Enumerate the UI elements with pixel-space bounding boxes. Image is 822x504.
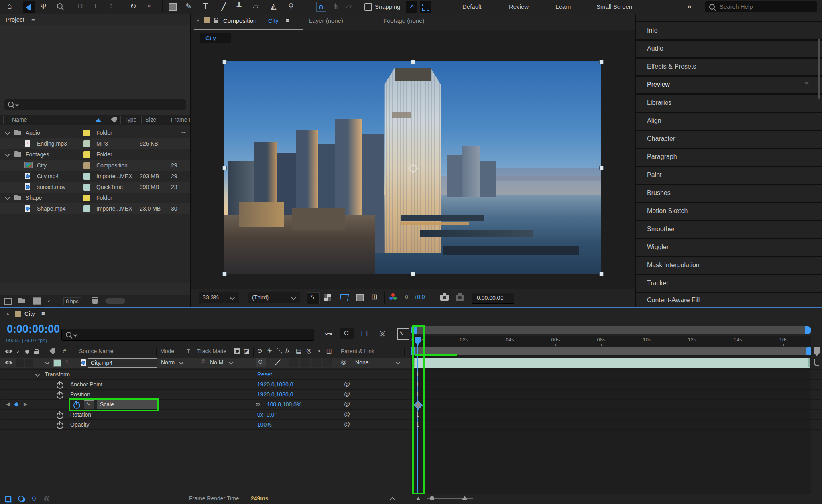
local-axis-mode-icon[interactable]: ⋔: [316, 2, 326, 12]
eraser-tool-icon[interactable]: ▱: [253, 2, 259, 11]
track-matte-dropdown[interactable]: No M: [210, 359, 223, 366]
work-area-start-handle[interactable]: [411, 347, 415, 355]
mini-flowchart-icon[interactable]: ⊶: [325, 329, 333, 338]
timeline-search-box[interactable]: [61, 329, 314, 341]
mask-icon[interactable]: [234, 348, 240, 354]
mask-invert-icon[interactable]: ◪: [244, 347, 250, 355]
panel-item-info[interactable]: Info: [636, 22, 822, 39]
panel-item-mask-interpolation[interactable]: Mask Interpolation: [636, 257, 822, 274]
layer-name-field[interactable]: City.mp4: [88, 358, 157, 368]
in-out-icon[interactable]: ⟨⟩: [32, 495, 36, 501]
property-label[interactable]: Opacity: [70, 421, 89, 428]
selection-handle-bottom-left[interactable]: [222, 272, 227, 276]
label-swatch[interactable]: [83, 195, 90, 201]
puppet-pin-tool-icon[interactable]: ⚲: [288, 2, 294, 11]
exposure-value[interactable]: +0,0: [414, 294, 425, 300]
solo-column-icon[interactable]: [25, 350, 29, 354]
column-t[interactable]: T: [187, 348, 190, 354]
label-swatch[interactable]: [83, 130, 90, 136]
timeline-menu-icon[interactable]: ≡: [41, 310, 45, 317]
label-swatch[interactable]: [83, 162, 90, 169]
render-speed-icon[interactable]: @: [44, 495, 50, 502]
panel-item-paint[interactable]: Paint: [636, 167, 822, 184]
project-search-input[interactable]: [22, 100, 180, 108]
navigator-end-handle[interactable]: [805, 326, 811, 334]
help-search-input[interactable]: [719, 2, 813, 11]
add-keyframe-button[interactable]: ◆: [14, 400, 19, 408]
blend-mode-dropdown[interactable]: Norm: [161, 359, 175, 366]
pickwhip-icon[interactable]: @: [344, 421, 350, 427]
selection-handle-mid-left[interactable]: [222, 166, 227, 170]
preview-time-display[interactable]: 0:00:00:00: [472, 293, 514, 304]
quality-switch[interactable]: ／: [275, 358, 281, 366]
hide-shy-layers-button[interactable]: ⊖: [340, 328, 354, 339]
parent-link-dropdown[interactable]: None: [355, 359, 368, 366]
world-axis-mode-icon[interactable]: ⋔: [332, 2, 339, 11]
video-column-icon[interactable]: [5, 350, 12, 353]
new-folder-icon[interactable]: [18, 299, 25, 303]
pickwhip-icon[interactable]: @: [344, 390, 350, 397]
composition-viewport[interactable]: [191, 45, 635, 288]
graph-editor-button[interactable]: ∿: [397, 328, 409, 340]
stopwatch-icon-active[interactable]: [73, 402, 80, 409]
work-area-bar[interactable]: [411, 347, 811, 355]
hand-tool-icon[interactable]: Ψ: [40, 2, 47, 11]
roto-brush-tool-icon[interactable]: ◭: [271, 2, 277, 11]
navigator-start-handle[interactable]: [411, 326, 417, 334]
audio-column-icon[interactable]: ♪: [16, 348, 20, 354]
workspace-tab-review[interactable]: Review: [509, 3, 529, 10]
property-row-anchor-point[interactable]: Anchor Point 1920,0,1080,0 @: [0, 380, 411, 390]
delete-icon[interactable]: [92, 299, 98, 304]
label-swatch[interactable]: [83, 140, 90, 147]
graph-include-icon[interactable]: ∿: [84, 400, 94, 409]
previous-keyframe-button[interactable]: ◀: [6, 401, 10, 407]
motion-blur-column-icon[interactable]: ☀: [267, 347, 272, 354]
color-depth-button[interactable]: 8 bpc: [63, 297, 81, 305]
stopwatch-icon[interactable]: [57, 412, 63, 419]
stopwatch-icon[interactable]: [57, 422, 63, 429]
project-row-footages[interactable]: Footages Folder: [0, 149, 190, 160]
label-swatch[interactable]: [83, 184, 90, 191]
tab-footage[interactable]: Footage (none): [383, 17, 425, 24]
work-area-end-handle[interactable]: [806, 347, 811, 355]
next-keyframe-button[interactable]: ▶: [24, 401, 27, 407]
time-navigator-bar[interactable]: [411, 326, 811, 334]
transform-group-label[interactable]: Transform: [45, 371, 70, 378]
project-row-audio[interactable]: Audio Folder ⊶: [0, 128, 190, 138]
property-row-position[interactable]: Position 1920,0,1080,0 @: [0, 390, 411, 400]
rotate-tool-icon[interactable]: ↻: [130, 2, 136, 11]
column-mode[interactable]: Mode: [160, 348, 174, 354]
timeline-zoom-slider-knob[interactable]: [430, 496, 434, 500]
selection-handle-top-right[interactable]: [599, 60, 604, 64]
selection-tool[interactable]: [23, 1, 35, 13]
workspace-overflow-button[interactable]: »: [687, 2, 692, 11]
channel-icon[interactable]: [389, 293, 397, 301]
property-row-scale[interactable]: ◀ ◆ ▶ ∿ Scale ∞ 100,0,100,0% @: [0, 400, 411, 410]
tab-composition-name[interactable]: City: [268, 17, 279, 24]
property-value[interactable]: 100%: [257, 421, 272, 428]
panel-item-audio[interactable]: Audio: [636, 41, 822, 57]
property-value[interactable]: 1920,0,1080,0: [257, 381, 293, 388]
column-source-name[interactable]: Source Name: [79, 348, 114, 354]
panel-item-paragraph[interactable]: Paragraph: [636, 149, 822, 166]
column-parent-link[interactable]: Parent & Link: [341, 348, 374, 354]
label-column-icon[interactable]: [111, 117, 117, 123]
layer-duration-bar[interactable]: [412, 358, 810, 368]
item-name[interactable]: Ending.mp3: [37, 140, 67, 147]
column-name[interactable]: Name: [12, 116, 27, 123]
selection-handle-bottom-center[interactable]: [411, 272, 415, 276]
item-name[interactable]: Footages: [26, 151, 49, 158]
timeline-tab-label[interactable]: City: [24, 310, 35, 317]
frame-blending-icon[interactable]: ▤: [361, 329, 368, 337]
transform-reset-link[interactable]: Reset: [257, 371, 272, 378]
panel-item-content-aware-fill[interactable]: Content-Aware Fill: [636, 293, 822, 307]
resolution-dropdown[interactable]: (Third): [248, 292, 300, 303]
adjust-icon[interactable]: ♪: [47, 297, 50, 303]
transparency-grid-icon[interactable]: [324, 294, 331, 301]
label-swatch[interactable]: [83, 173, 90, 180]
pickwhip-icon[interactable]: @: [344, 380, 350, 387]
expand-layers-icon[interactable]: [5, 496, 11, 502]
project-panel-menu-icon[interactable]: ≡: [31, 16, 35, 22]
group-expander-icon[interactable]: [35, 372, 40, 377]
label-swatch[interactable]: [83, 205, 90, 212]
